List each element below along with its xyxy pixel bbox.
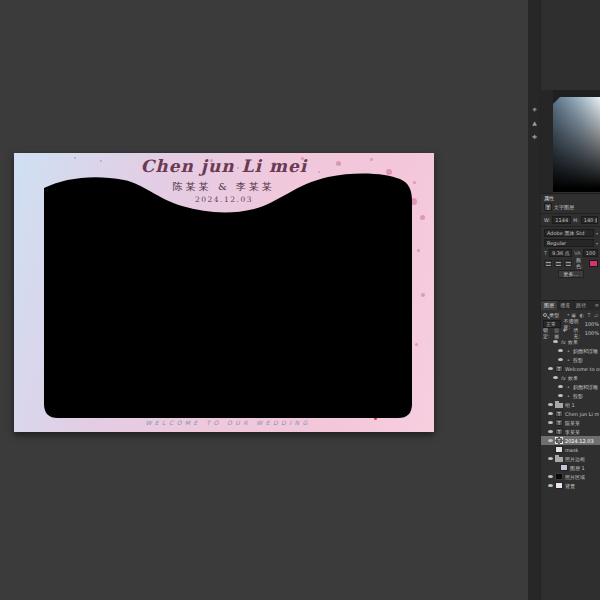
layer-row[interactable]: T李某某 [541, 427, 600, 436]
layer-name: 2024.12.03 [565, 438, 594, 444]
chevron-down-icon: ▾ [596, 241, 598, 246]
layer-name: Welcome to our w [565, 366, 600, 372]
align-right-button[interactable] [564, 260, 572, 267]
eye-toggle-icon[interactable] [548, 367, 553, 370]
font-size-field[interactable]: 9.36 点 [549, 249, 572, 257]
tracking-field[interactable]: 100 [583, 249, 598, 257]
layer-row[interactable]: T2024.12.03 [541, 436, 600, 445]
layer-row[interactable]: fx效果 [541, 337, 600, 346]
panel-menu-icon[interactable]: ≡ [595, 301, 600, 310]
layer-thumbnail: • [565, 392, 571, 399]
eye-toggle-icon[interactable] [548, 430, 553, 433]
align-center-button[interactable] [554, 260, 562, 267]
eye-toggle-icon[interactable] [548, 475, 553, 478]
layer-list: fx效果•斜面和浮雕•投影TWelcome to our wfx效果•斜面和浮雕… [541, 337, 600, 490]
layer-name: 组 1 [565, 402, 575, 408]
layer-name: 投影 [573, 357, 583, 363]
folder-icon [555, 457, 563, 462]
layer-thumbnail: • [565, 383, 571, 390]
eye-toggle-icon[interactable] [548, 412, 553, 415]
chevron-down-icon: ▾ [567, 312, 569, 317]
collapsed-panel-icon-2[interactable]: ▲ [530, 118, 539, 127]
layer-thumbnail: • [565, 356, 571, 363]
collapsed-panel-icon-3[interactable]: ✚ [530, 132, 539, 141]
opacity-value[interactable]: 100% [585, 321, 599, 327]
collapsed-panel-icon-1[interactable]: ◈ [530, 104, 539, 113]
layer-name: 背景 [565, 483, 575, 489]
eye-toggle-icon[interactable] [548, 421, 553, 424]
eye-toggle-icon[interactable] [558, 394, 563, 397]
eye-toggle-icon[interactable] [553, 340, 558, 343]
color-picker-fold [553, 97, 560, 104]
panel-divider-strip [528, 0, 540, 600]
layer-row[interactable]: 照片边框 [541, 454, 600, 463]
tab-layers[interactable]: 图层 [541, 301, 557, 310]
layer-name: 效果 [568, 339, 578, 345]
text-layer-icon: T [555, 437, 563, 444]
canvas-welcome-text: WELCOME TO OUR WEDDING [44, 419, 412, 426]
layer-thumbnail: • [565, 347, 571, 354]
photo-placeholder-area[interactable] [44, 168, 412, 418]
layer-row[interactable]: T陈某某 [541, 418, 600, 427]
tab-paths[interactable]: 路径 [573, 301, 589, 310]
layer-thumbnail [560, 464, 568, 471]
layer-row[interactable]: 图层 1 [541, 463, 600, 472]
splatter-dot [420, 215, 425, 220]
eye-toggle-icon[interactable] [558, 358, 563, 361]
eye-toggle-icon[interactable] [548, 439, 553, 442]
layer-name: 照片区域 [565, 474, 585, 480]
align-left-button[interactable] [544, 260, 552, 267]
layer-row[interactable]: •斜面和浮雕 [541, 346, 600, 355]
eye-toggle-icon[interactable] [553, 376, 558, 379]
layer-row[interactable]: mask [541, 445, 600, 454]
layer-row[interactable]: TChen jun Li m [541, 409, 600, 418]
splatter-dot [417, 249, 420, 252]
eye-toggle-icon[interactable] [548, 457, 553, 460]
layer-row[interactable]: •斜面和浮雕 [541, 382, 600, 391]
right-panel-column: 属性 T 文字图层 W: 1144 像素 H: 140 像素 Adobe 黑体 … [540, 0, 600, 600]
font-family-select[interactable]: Adobe 黑体 Std [544, 229, 594, 237]
text-layer-icon: T [544, 203, 552, 211]
height-label: H: [573, 217, 578, 223]
filter-type-label[interactable]: 类型 [549, 312, 559, 318]
color-picker-field[interactable] [553, 97, 600, 192]
layers-panel-tabs: 图层 通道 路径 ≡ [541, 301, 600, 310]
layer-row[interactable]: 背景 [541, 481, 600, 490]
layer-type-label: 文字图层 [554, 204, 574, 210]
layer-row[interactable]: 组 1 [541, 400, 600, 409]
text-layer-icon: T [555, 419, 563, 426]
eye-toggle-icon[interactable] [558, 385, 563, 388]
text-color-swatch[interactable] [589, 260, 598, 267]
splatter-dot [421, 293, 425, 297]
folder-icon [555, 403, 563, 408]
layer-name: 图层 1 [570, 465, 585, 471]
layer-row[interactable]: •投影 [541, 391, 600, 400]
layer-name: 投影 [573, 393, 583, 399]
eye-toggle-icon[interactable] [548, 403, 553, 406]
layer-row[interactable]: 照片区域 [541, 472, 600, 481]
text-layer-icon: T [555, 410, 563, 417]
height-field[interactable]: 140 像素 [581, 216, 598, 224]
layer-name: mask [565, 447, 578, 453]
layer-name: Chen jun Li m [565, 411, 599, 417]
layer-thumbnail [555, 473, 563, 480]
font-style-select[interactable]: Regular [544, 239, 594, 247]
width-field[interactable]: 1144 像素 [552, 216, 571, 224]
fill-value[interactable]: 100% [585, 330, 599, 336]
width-label: W: [544, 217, 550, 223]
font-size-icon: T [544, 250, 547, 256]
eye-toggle-icon[interactable] [548, 484, 553, 487]
photoshop-workspace: Chen jun Li mei 陈某某 & 李某某 2024.12.03 WEL… [0, 0, 600, 600]
divider [541, 226, 600, 227]
layer-row[interactable]: fx效果 [541, 373, 600, 382]
layer-name: 效果 [568, 375, 578, 381]
text-layer-icon: T [555, 365, 563, 372]
tab-channels[interactable]: 通道 [557, 301, 573, 310]
eye-toggle-icon[interactable] [558, 349, 563, 352]
layer-row[interactable]: •投影 [541, 355, 600, 364]
document-canvas[interactable]: Chen jun Li mei 陈某某 & 李某某 2024.12.03 WEL… [14, 153, 434, 432]
layer-row[interactable]: TWelcome to our w [541, 364, 600, 373]
layer-thumbnail: fx [560, 338, 566, 345]
tracking-icon: VA [574, 250, 581, 256]
more-options-button[interactable]: 更多... [558, 270, 584, 278]
